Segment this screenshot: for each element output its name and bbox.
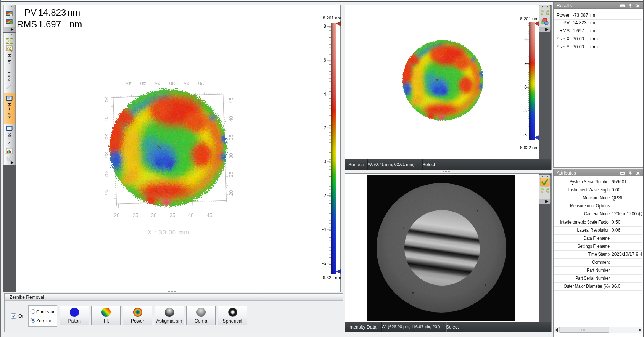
svg-text:45: 45 <box>206 212 212 218</box>
svg-text:-6.622 nm: -6.622 nm <box>518 145 538 150</box>
svg-text:25: 25 <box>228 172 234 177</box>
svg-text:20: 20 <box>114 212 119 218</box>
svg-text:4: 4 <box>324 91 326 97</box>
svg-text:0: 0 <box>324 159 326 164</box>
svg-text:3: 3 <box>524 61 527 66</box>
svg-text:40: 40 <box>228 116 234 122</box>
svg-text:-4: -4 <box>322 227 326 232</box>
svg-text:20: 20 <box>104 96 109 102</box>
svg-text:30: 30 <box>169 80 175 86</box>
svg-text:6: 6 <box>324 58 326 63</box>
svg-text:-3: -3 <box>523 108 527 114</box>
svg-text:2: 2 <box>324 125 326 130</box>
svg-text:-2: -2 <box>322 193 326 198</box>
svg-text:8: 8 <box>324 24 326 29</box>
svg-text:40: 40 <box>188 212 193 218</box>
svg-text:45: 45 <box>228 97 234 103</box>
svg-text:30: 30 <box>228 153 234 159</box>
svg-text:8.201 nm: 8.201 nm <box>323 16 341 20</box>
svg-text:-6: -6 <box>523 132 527 138</box>
svg-text:8.201 nm: 8.201 nm <box>520 16 538 21</box>
svg-text:6: 6 <box>524 37 527 42</box>
svg-text:20: 20 <box>228 190 234 196</box>
svg-text:40: 40 <box>104 171 109 177</box>
svg-text:-6.622 nm: -6.622 nm <box>321 275 341 280</box>
svg-text:0: 0 <box>524 85 527 90</box>
svg-text:35: 35 <box>228 135 234 140</box>
svg-text:25: 25 <box>104 115 109 121</box>
svg-text:45: 45 <box>126 80 131 86</box>
svg-text:35: 35 <box>169 212 175 218</box>
svg-text:25: 25 <box>184 80 189 86</box>
svg-text:-6: -6 <box>322 261 326 266</box>
svg-text:45: 45 <box>104 189 109 195</box>
svg-text:40: 40 <box>140 80 146 86</box>
svg-text:20: 20 <box>198 80 204 86</box>
svg-text:25: 25 <box>132 212 138 218</box>
svg-text:X : 30.00 mm: X : 30.00 mm <box>148 229 190 236</box>
svg-text:35: 35 <box>155 80 160 86</box>
svg-text:30: 30 <box>151 212 156 218</box>
